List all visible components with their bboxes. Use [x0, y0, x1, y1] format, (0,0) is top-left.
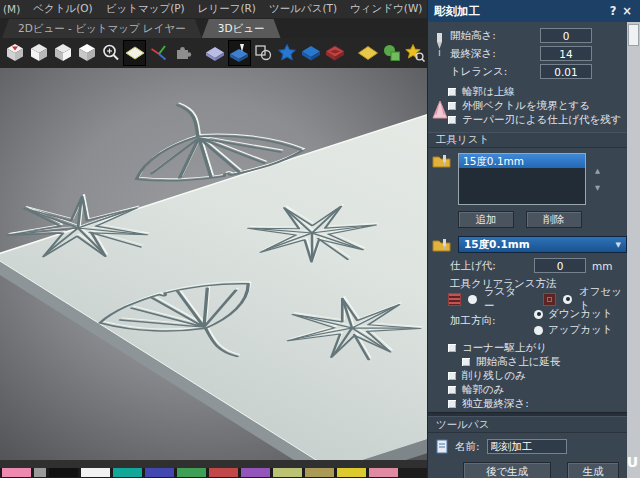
engraving-panel: 彫刻加工 ? × 開始高さ: 最終深さ: トレランス:	[427, 0, 640, 478]
raster-pattern-icon	[448, 293, 461, 306]
move-down-icon[interactable]: ▼	[595, 184, 600, 192]
panel-title-bar: 彫刻加工 ? ×	[428, 0, 640, 22]
menu-item-relief[interactable]: レリーフ(R)	[198, 2, 256, 16]
palette-swatch[interactable]	[81, 468, 110, 477]
overlay-letter: U	[627, 454, 638, 470]
status-strip	[0, 460, 427, 468]
palette-swatch[interactable]	[177, 468, 206, 477]
extend-above-start-checkbox[interactable]	[462, 358, 470, 366]
final-depth-input[interactable]	[540, 46, 592, 61]
extend-above-start-label: 開始高さ上に延長	[476, 355, 561, 369]
green-shapes-icon[interactable]	[380, 40, 403, 66]
menu-item-model[interactable]: (M)	[3, 3, 20, 15]
palette-swatch[interactable]	[209, 468, 238, 477]
palette-swatch[interactable]	[34, 468, 46, 477]
panel-title: 彫刻加工	[434, 4, 480, 19]
plane-view-icon[interactable]	[123, 40, 146, 66]
palette-swatch[interactable]	[49, 468, 78, 477]
contour-only-checkbox[interactable]	[448, 386, 456, 394]
blue-stack-icon[interactable]	[300, 40, 323, 66]
tool-listbox[interactable]: 15度0.1mm	[458, 153, 586, 205]
star-edit-icon[interactable]	[404, 40, 427, 66]
copy-rotate-icon[interactable]	[252, 40, 275, 66]
upcut-radio[interactable]	[534, 326, 543, 335]
contour-top-checkbox[interactable]	[448, 88, 456, 96]
start-height-input[interactable]	[540, 28, 592, 43]
panel-scrollbar[interactable]	[627, 22, 640, 478]
upcut-label: アップカット	[548, 323, 612, 337]
final-depth-label: 最終深さ:	[450, 47, 540, 61]
chevron-down-icon: ▼	[616, 241, 621, 249]
palette-swatch[interactable]	[2, 468, 31, 477]
offset-radio[interactable]	[563, 295, 572, 304]
iso-view-cube-icon[interactable]	[4, 40, 27, 66]
palette-swatch[interactable]	[241, 468, 270, 477]
view-tab-bar: 2Dビュー - ビットマップ レイヤー 3Dビュー	[0, 18, 427, 38]
list-reorder-arrows: ▲ ▼	[595, 153, 600, 205]
app-window: (M) ベクトル(O) ビットマップ(P) レリーフ(R) ツールパス(T) ウ…	[0, 0, 640, 478]
palette-swatch[interactable]	[145, 468, 174, 477]
remove-tool-button[interactable]: 削除	[526, 211, 582, 228]
contour-top-label: 輪郭は上線	[462, 85, 515, 99]
menu-item-window[interactable]: ウィンドウ(W)	[350, 2, 422, 16]
red-stack-icon[interactable]	[323, 40, 346, 66]
relief-tool-icon[interactable]	[228, 40, 251, 66]
blue-star-icon[interactable]	[276, 40, 299, 66]
palette-swatch[interactable]	[113, 468, 142, 477]
selected-tool-value: 15度0.1mm	[464, 238, 530, 252]
offset-pattern-icon	[543, 293, 556, 306]
start-height-label: 開始高さ:	[450, 29, 540, 43]
front-view-cube-icon[interactable]	[28, 40, 51, 66]
contour-only-label: 輪郭のみ	[462, 383, 505, 397]
finish-allowance-unit: mm	[592, 260, 612, 272]
help-icon[interactable]: ?	[606, 4, 620, 18]
menu-item-bitmap[interactable]: ビットマップ(P)	[106, 2, 185, 16]
zoom-in-icon[interactable]	[100, 40, 123, 66]
rest-only-label: 削り残しのみ	[462, 369, 526, 383]
menu-item-toolpath[interactable]: ツールパス(T)	[269, 2, 337, 16]
color-palette	[0, 468, 427, 478]
add-tool-button[interactable]: 追加	[458, 211, 514, 228]
independent-depth-label: 独立最終深さ:	[462, 397, 529, 411]
selected-tool-dropdown[interactable]: 15度0.1mm ▼	[458, 236, 627, 253]
palette-swatch[interactable]	[337, 468, 366, 477]
palette-swatch[interactable]	[273, 468, 302, 477]
scrollbar-thumb[interactable]	[628, 24, 639, 46]
tab-2d-view[interactable]: 2Dビュー - ビットマップ レイヤー	[2, 19, 202, 38]
finish-allowance-input[interactable]	[534, 258, 586, 273]
menu-item-vector[interactable]: ベクトル(O)	[33, 2, 92, 16]
tab-3d-view[interactable]: 3Dビュー	[202, 19, 281, 38]
side-view-cube-icon[interactable]	[52, 40, 75, 66]
close-icon[interactable]: ×	[620, 4, 634, 18]
rest-only-checkbox[interactable]	[448, 372, 456, 380]
taper-allowance-label: テーパー刃による仕上げ代を残す	[462, 113, 621, 127]
move-up-icon[interactable]: ▲	[595, 167, 600, 175]
yellow-diamond-icon[interactable]	[356, 40, 379, 66]
toolbar	[0, 38, 427, 68]
palette-swatch[interactable]	[305, 468, 334, 477]
tool-cone-icon	[432, 100, 448, 120]
top-view-cube-icon[interactable]	[76, 40, 99, 66]
toolpath-section-header: ツールパス	[428, 417, 627, 433]
generate-button[interactable]: 生成	[567, 462, 619, 478]
palette-swatch[interactable]	[369, 468, 398, 477]
raster-radio[interactable]	[468, 295, 477, 304]
taper-allowance-checkbox[interactable]	[448, 116, 456, 124]
outer-vector-boundary-checkbox[interactable]	[448, 102, 456, 110]
3d-viewport[interactable]	[0, 68, 427, 478]
tool-list-item[interactable]: 15度0.1mm	[459, 154, 585, 168]
direction-label: 加工方向:	[450, 308, 534, 336]
relief-model-scene	[0, 68, 427, 460]
downcut-radio[interactable]	[534, 310, 543, 319]
puzzle-icon[interactable]	[171, 40, 194, 66]
independent-depth-checkbox[interactable]	[448, 400, 456, 408]
corner-rampup-label: コーナー駆上がり	[462, 341, 547, 355]
drill-depth-icon	[433, 32, 447, 58]
origin-axes-icon[interactable]	[147, 40, 170, 66]
tool-folder-icon	[432, 153, 452, 169]
corner-rampup-checkbox[interactable]	[448, 344, 456, 352]
tolerance-input[interactable]	[540, 64, 592, 79]
generate-later-button[interactable]: 後で生成	[463, 462, 551, 478]
toolpath-name-input[interactable]	[487, 439, 567, 454]
relief-slab-icon[interactable]	[204, 40, 227, 66]
